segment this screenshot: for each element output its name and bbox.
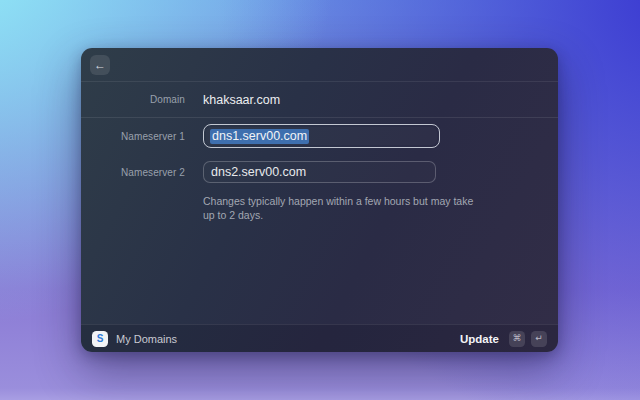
footer-actions: Update ⌘ ↵ [460, 331, 547, 347]
window-header: ← [81, 48, 558, 82]
serv00-logo-letter: S [97, 333, 104, 344]
back-button[interactable]: ← [90, 55, 110, 75]
help-text-line1: Changes typically happen within a few ho… [203, 194, 503, 208]
back-arrow-icon: ← [94, 59, 106, 71]
enter-key-icon: ↵ [531, 331, 547, 347]
domain-row: Domain khaksaar.com [81, 82, 558, 118]
nameserver2-text: dns2.serv00.com [211, 165, 306, 179]
nameserver2-row: Nameserver 2 dns2.serv00.com [81, 161, 558, 183]
update-button[interactable]: Update [460, 333, 499, 345]
nameserver1-selected-text: dns1.serv00.com [210, 129, 309, 144]
nameserver1-label: Nameserver 1 [81, 131, 185, 142]
my-domains-edit-window: ← Domain khaksaar.com Nameserver 1 dns1.… [81, 48, 558, 352]
help-text-line2: up to 2 days. [203, 208, 503, 222]
nameserver2-label: Nameserver 2 [81, 167, 185, 178]
nameserver2-input[interactable]: dns2.serv00.com [203, 161, 436, 183]
domain-value: khaksaar.com [203, 93, 280, 107]
app-chip: S My Domains [92, 331, 177, 347]
app-name: My Domains [116, 333, 177, 345]
serv00-app-icon: S [92, 331, 108, 347]
nameserver1-input-inner: dns1.serv00.com [206, 127, 437, 145]
help-text: Changes typically happen within a few ho… [203, 194, 503, 222]
window-footer: S My Domains Update ⌘ ↵ [81, 324, 558, 352]
command-key-icon: ⌘ [509, 331, 525, 347]
nameserver1-input[interactable]: dns1.serv00.com [203, 124, 440, 148]
domain-label: Domain [81, 94, 185, 105]
nameserver1-row: Nameserver 1 dns1.serv00.com [81, 124, 558, 148]
